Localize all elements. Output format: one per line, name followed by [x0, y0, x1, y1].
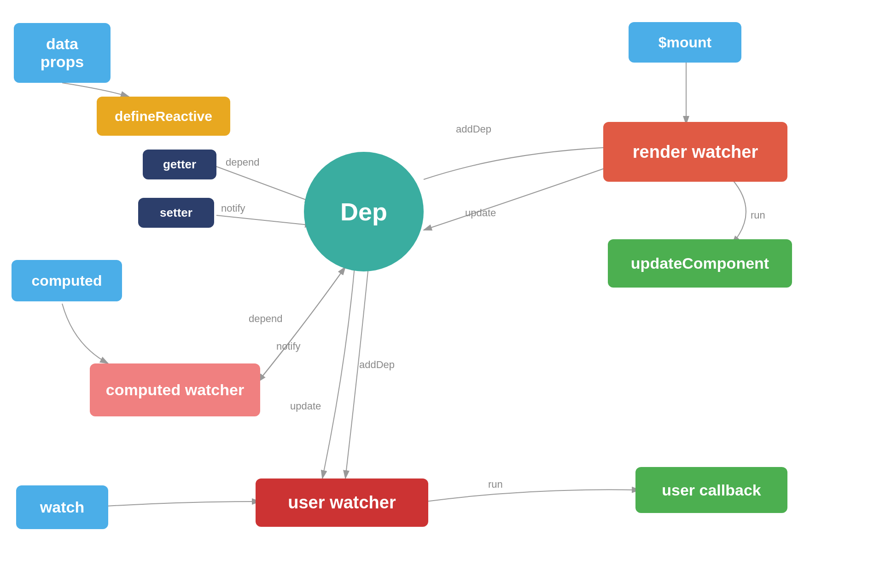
- label-update-render: update: [465, 207, 496, 219]
- node-mount: $mount: [629, 22, 741, 63]
- node-watch: watch: [16, 485, 108, 529]
- label-run-render: run: [751, 209, 765, 221]
- node-data-props: data props: [14, 23, 111, 83]
- label-run-user: run: [488, 478, 503, 490]
- label-update-user: update: [290, 400, 321, 412]
- node-user-watcher: user watcher: [256, 478, 428, 527]
- node-setter: setter: [138, 198, 214, 228]
- node-computed-watcher: computed watcher: [90, 363, 260, 416]
- label-addDep-render: addDep: [456, 123, 491, 135]
- node-user-callback: user callback: [635, 467, 787, 513]
- node-dep: Dep: [304, 152, 424, 271]
- label-notify-computed: notify: [276, 340, 301, 352]
- label-depend-getter: depend: [226, 156, 259, 168]
- label-notify-setter: notify: [221, 202, 245, 214]
- node-update-component: updateComponent: [608, 239, 792, 288]
- node-define-reactive: defineReactive: [97, 97, 230, 136]
- node-computed: computed: [12, 260, 122, 301]
- node-getter: getter: [143, 150, 216, 179]
- node-render-watcher: render watcher: [603, 122, 787, 182]
- label-addDep-user: addDep: [359, 359, 395, 371]
- label-depend-computed: depend: [249, 313, 282, 325]
- diagram-container: depend notify addDep update run depend n…: [0, 0, 874, 588]
